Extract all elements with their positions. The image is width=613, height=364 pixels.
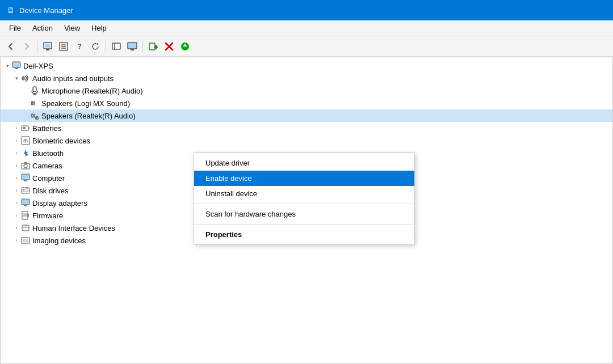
hid-tree-icon [21, 223, 30, 232]
list-icon [59, 42, 68, 51]
expand-root[interactable]: ▾ [3, 61, 12, 70]
properties-icon [43, 42, 52, 51]
menu-action[interactable]: Action [28, 23, 57, 33]
tree-item-speakers-logi[interactable]: Speakers (Logi MX Sound) [1, 97, 612, 109]
disk-tree-icon [21, 186, 30, 195]
expand-computer[interactable]: › [12, 173, 21, 183]
context-menu-sep-1 [194, 204, 414, 204]
menu-help[interactable]: Help [87, 23, 111, 33]
computer-button[interactable] [40, 39, 55, 54]
computer-tree-icon [12, 61, 21, 70]
expand-hid[interactable]: › [12, 223, 21, 232]
svg-rect-48 [22, 199, 30, 205]
remove-button[interactable] [162, 39, 177, 54]
context-menu-update-driver[interactable]: Update driver [194, 155, 414, 171]
remove-icon [165, 42, 174, 51]
svg-rect-24 [22, 77, 24, 80]
svg-rect-11 [128, 43, 137, 49]
speakers-logi-label: Speakers (Logi MX Sound) [41, 99, 130, 108]
expand-batteries[interactable]: › [12, 124, 21, 133]
expand-biometric[interactable]: › [12, 136, 21, 145]
add-driver-icon [149, 42, 158, 51]
speakers-realtek-label: Speakers (Realtek(R) Audio) [41, 112, 135, 120]
svg-rect-2 [46, 49, 49, 50]
context-menu-enable-device[interactable]: Enable device [194, 171, 414, 186]
svg-rect-55 [27, 214, 29, 217]
context-menu-uninstall-device[interactable]: Uninstall device [194, 186, 414, 201]
svg-rect-49 [24, 205, 27, 206]
refresh-icon [91, 42, 100, 51]
tree-item-speakers-realtek[interactable]: Speakers (Realtek(R) Audio) [1, 109, 612, 122]
speakers-logi-tree-icon [30, 99, 39, 108]
svg-rect-25 [33, 87, 36, 92]
svg-rect-9 [112, 43, 120, 49]
imaging-label: Imaging devices [32, 236, 86, 245]
monitor-button[interactable] [125, 39, 140, 54]
forward-button[interactable] [19, 39, 34, 54]
svg-rect-40 [24, 162, 27, 164]
svg-rect-23 [14, 67, 19, 68]
svg-rect-35 [23, 127, 26, 129]
app-icon: 🖥 [7, 6, 15, 15]
svg-marker-8 [97, 43, 99, 45]
settings-icon [112, 42, 121, 51]
context-menu-properties[interactable]: Properties [194, 227, 414, 242]
toolbar: ? [0, 36, 613, 57]
imaging-tree-icon [21, 236, 30, 245]
back-button[interactable] [3, 39, 18, 54]
tree-item-biometric[interactable]: › Biometric devices [1, 134, 612, 147]
menu-bar: File Action View Help [0, 20, 613, 36]
menu-file[interactable]: File [5, 23, 26, 33]
menu-view[interactable]: View [60, 23, 85, 33]
back-icon [6, 42, 15, 51]
list-button[interactable] [56, 39, 71, 54]
biometric-label: Biometric devices [32, 137, 90, 145]
svg-rect-60 [23, 239, 25, 242]
app-title: Device Manager [19, 6, 73, 15]
context-menu-scan-hardware[interactable]: Scan for hardware changes [194, 206, 414, 222]
svg-rect-41 [22, 174, 30, 180]
svg-rect-42 [24, 180, 27, 181]
svg-rect-28 [31, 101, 33, 105]
expand-firmware[interactable]: › [12, 211, 21, 220]
audio-label: Audio inputs and outputs [32, 74, 114, 83]
bluetooth-tree-icon [21, 149, 30, 158]
svg-marker-7 [95, 43, 97, 44]
svg-point-46 [23, 189, 25, 191]
settings-button[interactable] [109, 39, 124, 54]
root-label: Dell-XPS [23, 62, 53, 70]
firmware-tree-icon [21, 211, 30, 220]
tree-item-microphone[interactable]: Microphone (Realtek(R) Audio) [1, 84, 612, 97]
svg-point-39 [24, 164, 27, 168]
toolbar-sep-3 [142, 41, 143, 52]
expand-audio[interactable]: ▾ [12, 74, 21, 83]
svg-rect-13 [129, 49, 135, 49]
microphone-label: Microphone (Realtek(R) Audio) [41, 87, 142, 95]
battery-tree-icon [21, 124, 30, 133]
title-bar: 🖥 Device Manager [0, 0, 613, 20]
refresh-button[interactable] [88, 39, 103, 54]
expand-cameras[interactable]: › [12, 161, 21, 170]
computer-label: Computer [32, 174, 65, 183]
forward-icon [22, 42, 31, 51]
tree-item-root[interactable]: ▾ Dell-XPS [1, 60, 612, 72]
help-button[interactable]: ? [72, 39, 87, 54]
expand-imaging[interactable]: › [12, 236, 21, 245]
expand-disk[interactable]: › [12, 186, 21, 195]
svg-rect-43 [23, 180, 28, 180]
tree-item-batteries[interactable]: › Batteries [1, 122, 612, 134]
toolbar-sep-1 [37, 41, 37, 52]
speakers-realtek-tree-icon [30, 111, 39, 120]
display-tree-icon [21, 198, 30, 208]
firmware-label: Firmware [32, 211, 63, 220]
hid-label: Human Interface Devices [32, 224, 115, 232]
update-button[interactable] [178, 39, 192, 54]
svg-rect-34 [28, 127, 30, 129]
add-driver-button[interactable] [146, 39, 161, 54]
computer2-tree-icon [21, 173, 30, 183]
expand-display[interactable]: › [12, 198, 21, 208]
tree-item-audio[interactable]: ▾ Audio inputs and outputs [1, 72, 612, 84]
display-adapters-label: Display adapters [32, 199, 87, 208]
expand-bluetooth[interactable]: › [12, 149, 21, 158]
context-menu: Update driver Enable device Uninstall de… [194, 153, 415, 245]
